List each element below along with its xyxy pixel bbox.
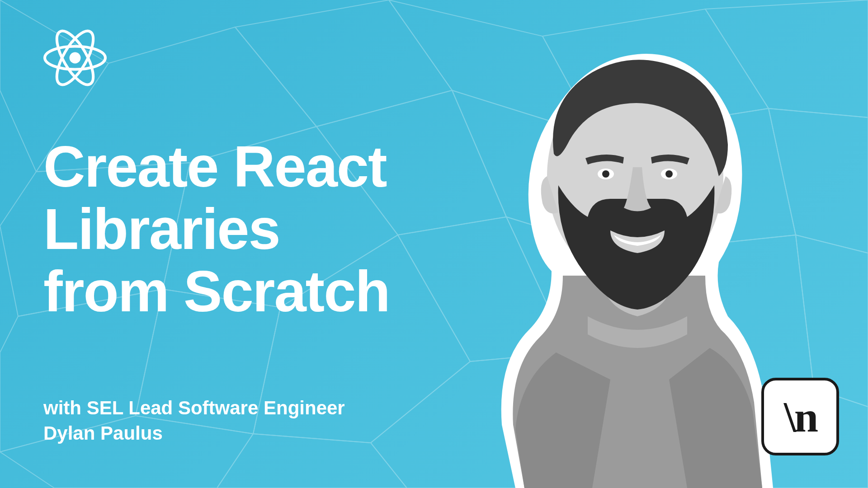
brand-badge-text: \n [761,378,839,455]
course-title: Create React Libraries from Scratch [43,136,390,323]
title-line-1: Create React [43,136,390,198]
title-line-3: from Scratch [43,260,390,323]
svg-point-0 [70,52,81,64]
byline: with SEL Lead Software Engineer Dylan Pa… [43,395,345,446]
react-icon [43,26,107,89]
svg-point-8 [665,170,673,178]
svg-point-6 [602,170,609,178]
course-thumbnail: Create React Libraries from Scratch with… [0,0,868,488]
title-line-2: Libraries [43,198,390,260]
byline-name: Dylan Paulus [43,421,345,446]
brand-badge: \n [761,378,839,455]
byline-role: with SEL Lead Software Engineer [43,395,345,421]
instructor-portrait [475,18,782,488]
